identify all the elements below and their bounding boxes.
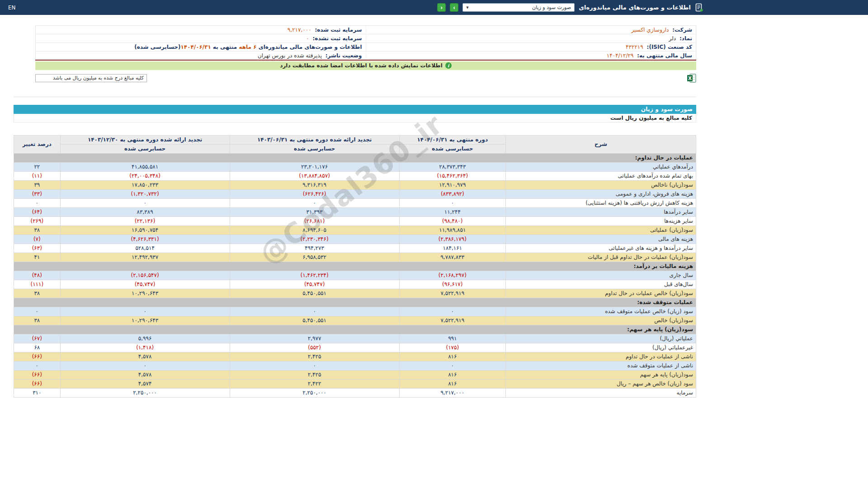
info-circle-icon: i [445,62,452,69]
cell-value: ۰ [14,307,61,316]
section-row: عملیات متوقف شده: [14,298,696,307]
cell-value: ۲,۲۵۰,۰۰۰ [230,388,399,397]
col-header-current-period: دوره منتهی به ۱۴۰۴/۰۶/۳۱ [399,135,505,144]
row-label: سود(زیان) پایه هر سهم [506,370,696,379]
cell-value: (۲۴,۰۰۵,۳۴۸) [60,171,230,180]
row-label: سرمایه [506,388,696,397]
row-label: سود(زیان) خالص عملیات در حال تداوم [506,289,696,298]
row-label: سایر هزینه‌ها [506,216,696,225]
cell-value: ۲,۴۲۵ [230,352,399,361]
cell-value: ۴,۵۷۸ [60,370,230,379]
tools-row: X کلیه مبالغ درج شده به میلیون ریال می ب… [35,74,696,83]
section-label: هزینه مالیات بر درآمد: [14,262,696,271]
row-label: درآمدهاي عملياتي [506,162,696,171]
issuer-status-label: وضعیت ناشر: [326,52,362,59]
row-label: عملیاتي (ریال) [506,334,696,343]
income-table-row: سایر درآمدها۱۱,۲۴۴۳۱,۳۹۳۸۳,۳۸۹(۶۴) [14,207,696,216]
cell-value: (۴۸) [14,271,61,280]
cell-value: ۰ [230,198,399,207]
income-table-row: سایر درآمدها و هزینه های غیرعملیاتی۱۸۴,۱… [14,244,696,253]
cell-value: ۰ [399,361,505,370]
cell-value: (۱۱) [14,171,61,180]
cell-value: ۳۱۰ [14,388,61,397]
signature-match-text: اطلاعات نمایش داده شده با اطلاعات امضا ش… [280,62,443,69]
section-divider [14,97,696,97]
statement-type-selected-value: صورت سود و زیان [532,5,571,10]
row-label: سود(زیان) عملیاتی [506,225,696,235]
col-header-restated-halfyear: تجدید ارائه شده دوره منتهی به ۱۴۰۳/۰۶/۳۱ [230,135,399,144]
units-note-box: کلیه مبالغ درج شده به میلیون ریال می باش… [35,74,147,82]
cell-value: (۲,۲۳۰,۳۴۶) [230,235,399,244]
section-label: عملیات در حال تداوم: [14,153,696,162]
isic-code-value: ۴۳۲۲۱۹ [626,44,643,50]
cell-value: ۲۸,۳۷۳,۳۴۳ [399,162,505,171]
cell-value: (۲,۱۶۸,۲۹۷) [399,271,505,280]
cell-value: ۲۲ [14,162,61,171]
cell-value: ۰ [14,198,61,207]
cell-value: ۰ [60,198,230,207]
company-name-value: داروسازي اکسير [631,27,669,33]
cell-value: (۵۵۲) [230,343,399,352]
cell-value: (۷) [14,235,61,244]
cell-value: ۵,۴۵۰,۵۵۱ [230,316,399,325]
language-switch-en[interactable]: EN [8,5,16,11]
fiscal-year-end-label: سال مالی منتهی به: [637,52,692,59]
cell-value: ۴۹۴,۲۷۳ [230,244,399,253]
cell-value: ۰ [399,307,505,316]
income-table-row: ناشی از عملیات در حال تداوم۸۱۶۲,۴۲۵۴,۵۷۸… [14,352,696,361]
cell-value: (۴۵,۷۴۷) [60,280,230,289]
cell-value: (۶۶) [14,370,61,379]
row-label: سایر درآمدها [506,207,696,216]
income-table-row: سود(زیان) ناخالص۱۲,۹۱۰,۹۷۹۹,۳۱۶,۳۱۹۱۷,۸۵… [14,180,696,189]
income-table-body: عملیات در حال تداوم:درآمدهاي عملياتي۲۸,۳… [14,153,696,397]
cell-value: ۶,۹۵۸,۵۳۲ [230,253,399,262]
cell-value: ۳۱,۳۹۳ [230,207,399,216]
cell-value: ۹,۳۱۶,۳۱۹ [230,180,399,189]
section-row: عملیات در حال تداوم: [14,153,696,162]
signature-match-banner: i اطلاعات نمایش داده شده با اطلاعات امضا… [35,61,696,70]
nav-forward-button[interactable]: › [450,3,458,12]
row-label: سال‌های قبل [506,280,696,289]
cell-value: (۲,۳۸۶,۱۷۹) [399,235,505,244]
income-table-row: ناشی از عملیات متوقف شده۰۰۰۰ [14,361,696,370]
section-row: سود(زیان) پایه هر سهم: [14,325,696,334]
cell-value: (۶۳) [14,244,61,253]
period-line-middle: منتهی به [211,44,239,50]
income-table-row: هزینه کاهش ارزش دریافتنی ها (هزینه استثن… [14,198,696,207]
isic-code-label: کد صنعت (ISIC): [647,44,692,50]
audited-label: حسابرسی شده [399,144,505,153]
row-label: سود(زیان) خالص [506,316,696,325]
row-label: هزینه های فروش، اداری و عمومی [506,189,696,198]
row-label: سود (زیان) خالص عملیات متوقف شده [506,307,696,316]
row-label: هزینه کاهش ارزش دریافتنی ها (هزینه استثن… [506,198,696,207]
cell-value: (۲۶,۶۸۱) [230,216,399,225]
cell-value: (۶۶) [14,379,61,388]
cell-value: ۰ [60,307,230,316]
audited-suffix: (حسابرسی شده) [134,44,180,50]
statement-type-select[interactable]: صورت سود و زیان ▼ [462,3,575,12]
income-table-header: شرح دوره منتهی به ۱۴۰۴/۰۶/۳۱ تجدید ارائه… [14,135,696,153]
cell-value: ۰ [60,361,230,370]
income-table-row: سایر هزینه‌ها(۹۸,۴۸۰)(۲۶,۶۸۱)(۲۲,۱۳۶)(۲۶… [14,216,696,225]
cell-value: ۳۸ [14,289,61,298]
cell-value: (۶۶) [14,352,61,361]
cell-value: ۸,۶۹۴,۶۰۵ [230,225,399,235]
cell-value: ۱۰,۲۹۰,۶۴۳ [60,316,230,325]
company-info-row: سال مالی منتهی به: ۱۴۰۴/۱۲/۲۹ وضعیت ناشر… [36,52,696,60]
nav-back-button[interactable]: ‹ [437,3,446,12]
audited-label: حسابرسی شده [60,144,230,153]
income-table-row: سود(زیان) عملیاتی۱۱,۹۸۹,۸۵۱۸,۶۹۴,۶۰۵۱۶,۵… [14,225,696,235]
company-info-row: کد صنعت (ISIC): ۴۳۲۲۱۹ اطلاعات و صورت‌ها… [36,43,696,52]
cell-value: ۱۲,۴۹۲,۹۳۷ [60,253,230,262]
excel-export-icon[interactable]: X [687,74,696,83]
cell-value: ۳۸ [14,316,61,325]
cell-value: ۴۱,۸۵۵,۵۸۱ [60,162,230,171]
cell-value: (۸۳۳,۸۹۲) [399,189,505,198]
income-table-row: درآمدهاي عملياتي۲۸,۳۷۳,۳۴۳۲۳,۲۰۱,۱۷۶۴۱,۸… [14,162,696,171]
income-table-row: سود (زیان) خالص هر سهم – ریال۸۱۶۲,۴۲۲۴,۵… [14,379,696,388]
cell-value: ۱۶,۵۹۰,۷۵۴ [60,225,230,235]
cell-value: ۱۷,۸۵۰,۲۳۳ [60,180,230,189]
cell-value: (۳۳) [14,189,61,198]
income-table-row: هزینه های مالی(۲,۳۸۶,۱۷۹)(۲,۲۳۰,۳۴۶)(۴,۶… [14,235,696,244]
company-name-label: شرکت: [672,27,692,33]
